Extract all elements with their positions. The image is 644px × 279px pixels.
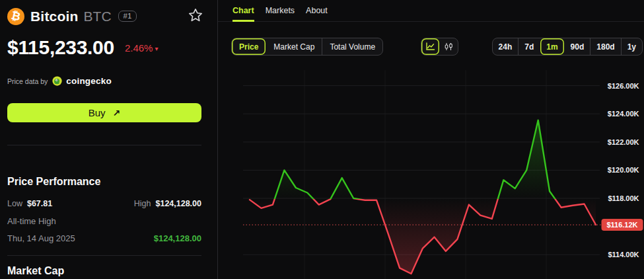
y-axis-tick: $114.00K (608, 251, 639, 259)
metric-market-cap[interactable]: Market Cap (266, 38, 322, 55)
high-value: $124,128.00 (155, 199, 201, 208)
line-chart-icon (425, 42, 435, 51)
chart-type-line-chart[interactable] (421, 38, 439, 55)
crypto-widget: ₿ Bitcoin BTC #1 $115,233.00 2.46% ▾ Pri… (0, 0, 644, 279)
y-axis-tick: $122.00K (608, 138, 639, 146)
range-90d[interactable]: 90d (564, 38, 590, 55)
time-range-toggle: 24h7d1m90d180d1y (492, 38, 643, 56)
attribution-brand: coingecko (66, 76, 112, 86)
divider (7, 255, 201, 256)
ath-row: Thu, 14 Aug 2025 $124,128.00 (7, 233, 201, 243)
rank-badge: #1 (118, 11, 137, 22)
range-7d[interactable]: 7d (518, 38, 540, 55)
metric-price[interactable]: Price (232, 38, 266, 55)
chart-fill-up (250, 120, 596, 274)
price-chart[interactable]: $126.00K$124.00K$122.00K$120.00K$118.00K… (218, 66, 644, 279)
tab-bar: ChartMarketsAbout (218, 0, 644, 22)
range-1y[interactable]: 1y (621, 38, 642, 55)
price-change: 2.46% ▾ (125, 42, 159, 54)
market-cap-title: Market Cap (7, 265, 64, 277)
coin-header: ₿ Bitcoin BTC #1 (7, 7, 137, 25)
y-axis-tick: $120.00K (608, 166, 639, 174)
tab-markets[interactable]: Markets (266, 6, 295, 21)
divider (7, 145, 201, 145)
price-row: $115,233.00 2.46% ▾ (7, 36, 158, 59)
bitcoin-logo-icon: ₿ (7, 8, 24, 25)
range-180d[interactable]: 180d (590, 38, 620, 55)
low-value: $67.81 (27, 199, 52, 208)
coin-name: Bitcoin (30, 9, 79, 24)
chart-type-toggle (421, 38, 458, 56)
tab-about[interactable]: About (306, 6, 328, 21)
y-axis-tick: $126.00K (608, 82, 639, 90)
ath-date: Thu, 14 Aug 2025 (7, 233, 75, 243)
buy-button[interactable]: Buy ↗ (7, 103, 201, 122)
coin-summary-panel: ₿ Bitcoin BTC #1 $115,233.00 2.46% ▾ Pri… (0, 0, 218, 279)
coin-symbol: BTC (84, 9, 112, 24)
y-axis-tick: $118.00K (608, 194, 639, 202)
price-performance-title: Price Performance (7, 176, 100, 188)
attribution-text: Price data by (7, 77, 48, 85)
range-1m[interactable]: 1m (540, 38, 563, 55)
chart-type-candlestick[interactable] (439, 38, 458, 55)
ath-label: All-time High (7, 216, 56, 226)
current-price: $115,233.00 (7, 36, 114, 59)
y-axis-tick: $124.00K (608, 110, 639, 118)
low-label: Low (7, 199, 22, 208)
low-high-row: Low $67.81 High $124,128.00 (7, 199, 201, 208)
high-label: High (134, 199, 151, 208)
metric-toggle: PriceMarket CapTotal Volume (231, 38, 383, 56)
metric-total-volume[interactable]: Total Volume (322, 38, 382, 55)
ath-value: $124,128.00 (154, 233, 201, 243)
tab-chart[interactable]: Chart (233, 6, 254, 22)
attribution: Price data by coingecko (7, 76, 112, 86)
external-link-arrow-icon: ↗ (113, 108, 121, 118)
candlestick-icon (444, 42, 454, 51)
current-price-badge-label: $116.12K (606, 221, 637, 229)
chart-panel: ChartMarketsAbout PriceMarket CapTotal V… (218, 0, 644, 279)
coingecko-logo-icon (52, 76, 62, 86)
favorite-star-icon[interactable] (188, 8, 203, 22)
range-24h[interactable]: 24h (493, 38, 519, 55)
down-arrow-icon: ▾ (155, 45, 158, 52)
